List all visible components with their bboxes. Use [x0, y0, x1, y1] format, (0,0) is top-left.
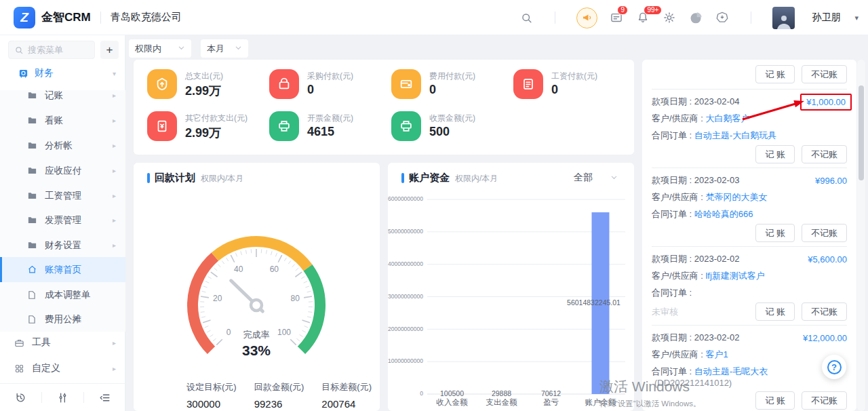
- sidebar-item-bookkeeping[interactable]: 记账 ▸: [0, 83, 125, 108]
- history-icon[interactable]: [0, 392, 41, 404]
- search-icon[interactable]: [519, 10, 534, 25]
- add-menu-button[interactable]: +: [100, 41, 119, 59]
- chevron-right-icon: ▸: [113, 92, 116, 99]
- fee-payment-icon: [391, 69, 421, 99]
- book-button[interactable]: 记 账: [755, 224, 795, 242]
- gear-glyph: [663, 11, 676, 24]
- book-button[interactable]: 记 账: [755, 65, 795, 83]
- funds-bar-chart: 0100000000002000000000030000000000400000…: [388, 187, 634, 411]
- record-amount-highlighted[interactable]: ¥1,000.00: [800, 94, 852, 111]
- app-logo[interactable]: Z: [14, 7, 35, 28]
- panel-title-text: 账户资金: [409, 172, 450, 184]
- metric-collected: 回款金额(元) 99236: [254, 381, 304, 410]
- gauge-metrics: 设定目标(元) 300000 回款金额(元) 99236 目标差额(元) 200…: [186, 381, 372, 410]
- user-avatar[interactable]: [772, 7, 795, 29]
- sidebar-item-analysis-ledger[interactable]: 分析帐 ▸: [0, 133, 125, 158]
- menu-item-label: 分析帐: [45, 140, 73, 152]
- scope-select[interactable]: 权限内: [129, 39, 191, 58]
- security-icon[interactable]: [715, 10, 730, 25]
- order-link[interactable]: 自动主题-大白鹅玩具: [694, 130, 776, 140]
- collapse-menu-icon[interactable]: [84, 392, 125, 404]
- finance-safe-icon: [18, 68, 28, 79]
- records-scrollbar-thumb[interactable]: [859, 85, 864, 180]
- folder-icon: [27, 165, 38, 176]
- sidebar-search[interactable]: [8, 41, 95, 59]
- stat-card-other-payment[interactable]: 其它付款支出(元) 2.99万: [147, 111, 269, 144]
- sidebar-root-finance[interactable]: 财务 ▾: [0, 62, 125, 84]
- customer-link[interactable]: 梵蒂冈的大美女: [705, 192, 767, 202]
- stat-card-salary-payment[interactable]: 工资付款(元) 0: [513, 69, 635, 102]
- svg-text:100500: 100500: [440, 389, 464, 397]
- customer-link[interactable]: 大白鹅客户: [705, 113, 749, 123]
- book-button[interactable]: 记 账: [755, 391, 795, 410]
- customer-link[interactable]: 客户1: [705, 349, 728, 359]
- customer-link[interactable]: lfj新建测试客户: [705, 271, 764, 281]
- skip-book-button[interactable]: 不记账: [802, 145, 847, 163]
- skip-book-button[interactable]: 不记账: [802, 302, 847, 321]
- skip-book-button[interactable]: 不记账: [802, 224, 847, 242]
- sidebar-item-finance-settings[interactable]: 财务设置 ▸: [0, 233, 125, 258]
- sidebar-item-invoice-management[interactable]: 发票管理 ▸: [0, 208, 125, 233]
- sidebar-item-salary-management[interactable]: 工资管理 ▸: [0, 183, 125, 208]
- stat-card-invoice-received[interactable]: 收票金额(元) 500: [391, 111, 513, 144]
- period-select[interactable]: 本月: [201, 39, 248, 58]
- svg-text:29888: 29888: [492, 389, 511, 397]
- adjust-sliders-icon[interactable]: [42, 392, 83, 404]
- collection-plan-panel: 回款计划 权限内/本月 完成率 33% 020406080100 设定目标(元)…: [134, 163, 380, 411]
- sidebar-item-cost-adjustment[interactable]: 成本调整单: [0, 282, 125, 307]
- order-link[interactable]: 哈哈哈真的666: [694, 209, 753, 219]
- skip-book-button[interactable]: 不记账: [802, 65, 847, 83]
- metric-value: 99236: [254, 398, 304, 410]
- user-menu-caret-icon[interactable]: ▾: [854, 14, 859, 22]
- sidebar-group-custom[interactable]: 自定义 ▸: [0, 357, 125, 380]
- funds-filter-select[interactable]: 全部: [574, 172, 618, 184]
- sidebar-item-view-accounts[interactable]: 看账 ▸: [0, 108, 125, 133]
- record-amount[interactable]: ¥5,600.00: [808, 254, 847, 265]
- menu-search-input[interactable]: [28, 45, 89, 55]
- question-mark-icon: ?: [827, 360, 842, 374]
- invoice-issued-icon: [269, 111, 299, 141]
- order-label: 合同订单 :: [652, 288, 692, 298]
- record-order: 合同订单 : 哈哈哈真的666: [652, 208, 847, 220]
- messages-icon[interactable]: 9: [609, 10, 624, 25]
- customer-label: 客户/供应商 :: [652, 349, 703, 359]
- book-button[interactable]: 记 账: [755, 302, 795, 321]
- panel-title-text: 回款计划: [155, 172, 195, 184]
- svg-text:50000000000: 50000000000: [388, 228, 423, 235]
- stat-card-invoice-issued[interactable]: 开票金额(元) 4615: [269, 111, 391, 144]
- folder-icon: [27, 215, 38, 225]
- invoice-received-icon: [391, 111, 421, 141]
- stat-card-purchase-payment[interactable]: 采购付款(元) 0: [269, 69, 391, 102]
- settings-icon[interactable]: [662, 10, 677, 25]
- svg-text:40: 40: [234, 265, 243, 274]
- help-button[interactable]: ?: [822, 355, 846, 379]
- chevron-right-icon: ▸: [113, 142, 116, 149]
- scope-select-value: 权限内: [135, 43, 161, 55]
- group-label: 自定义: [32, 362, 60, 374]
- stat-card-total-expense[interactable]: 总支出(元) 2.99万: [147, 69, 269, 102]
- title-accent-bar: [147, 173, 150, 183]
- announcement-icon[interactable]: [576, 7, 597, 28]
- skip-book-button[interactable]: 不记账: [802, 391, 847, 410]
- account-funds-panel: 账户资金 权限内/本月 全部 0100000000002000000000030…: [388, 163, 634, 411]
- record-amount[interactable]: ¥996.00: [815, 176, 847, 186]
- sidebar-item-expense-share[interactable]: 费用公摊: [0, 307, 125, 332]
- grid-icon: [14, 364, 25, 374]
- record-date: 款项日期 : 2023-02-02: [652, 253, 739, 265]
- notifications-icon[interactable]: 99+: [635, 10, 650, 25]
- stat-label: 采购付款(元): [307, 71, 353, 82]
- sidebar-item-receivable-payable[interactable]: 应收应付 ▸: [0, 158, 125, 183]
- order-link[interactable]: 自动主题-毛呢大衣: [694, 366, 768, 376]
- book-button[interactable]: 记 账: [755, 145, 795, 163]
- sidebar-item-ledger-home[interactable]: 账簿首页: [0, 257, 125, 282]
- sidebar-group-tools[interactable]: 工具 ▸: [0, 331, 125, 354]
- stat-card-fee-payment[interactable]: 费用付款(元) 0: [391, 69, 513, 102]
- header-divider: [751, 12, 751, 24]
- chevron-right-icon: ▸: [113, 216, 116, 224]
- sidebar-footer: [0, 384, 125, 411]
- records-scrollbar-track[interactable]: [857, 60, 865, 411]
- record-amount[interactable]: ¥12,000.00: [803, 333, 847, 343]
- reports-icon[interactable]: [688, 10, 703, 25]
- metric-gap: 目标差额(元) 200764: [321, 381, 372, 410]
- user-name[interactable]: 孙卫朋: [812, 12, 840, 24]
